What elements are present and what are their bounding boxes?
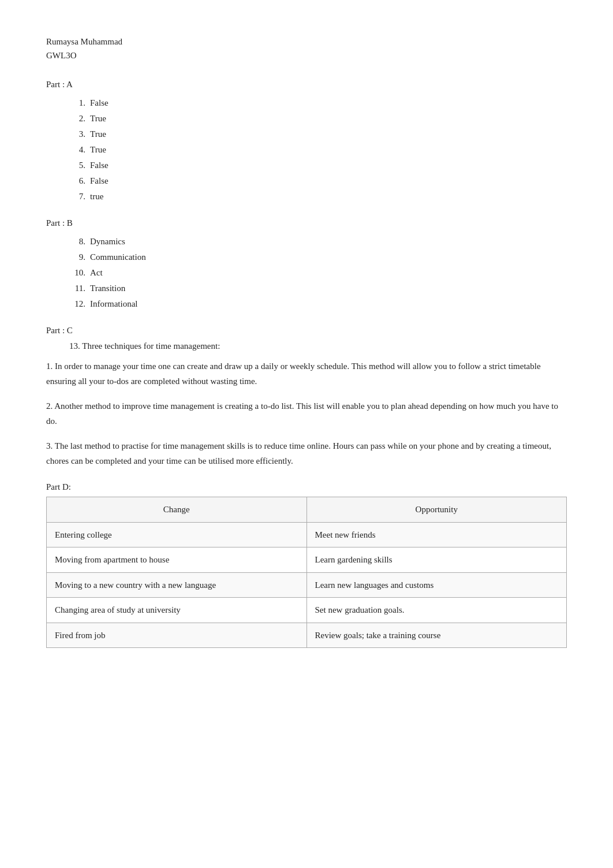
item-number: 9. [69, 249, 85, 265]
table-cell-change: Moving to a new country with a new langu… [47, 572, 307, 598]
item-number: 1. [69, 95, 85, 111]
item-answer: Transition [90, 284, 125, 293]
part-d-table: Change Opportunity Entering collegeMeet … [46, 497, 567, 648]
part-b-section: Part : B 8.Dynamics9.Communication10.Act… [46, 218, 567, 312]
table-cell-opportunity: Review goals; take a training course [306, 623, 567, 648]
table-cell-opportunity: Meet new friends [306, 522, 567, 547]
table-row: Moving to a new country with a new langu… [47, 572, 567, 598]
item-answer: Act [90, 268, 103, 277]
item-answer: False [90, 176, 109, 185]
item-number: 4. [69, 142, 85, 158]
list-item: 1.False [69, 95, 567, 111]
list-item: 6.False [69, 173, 567, 189]
course-code: GWL3O [46, 49, 567, 62]
part-a-list: 1.False2.True3.True4.True5.False6.False7… [46, 95, 567, 204]
table-body: Entering collegeMeet new friendsMoving f… [47, 522, 567, 648]
author-block: Rumaysa Muhammad GWL3O [46, 35, 567, 62]
list-item: 2.True [69, 111, 567, 126]
table-cell-change: Entering college [47, 522, 307, 547]
item-answer: False [90, 161, 109, 170]
part-d-heading: Part D: [46, 482, 567, 492]
part-d-section: Part D: Change Opportunity Entering coll… [46, 482, 567, 648]
item-number: 10. [69, 265, 85, 281]
item-answer: True [90, 145, 106, 154]
table-cell-change: Fired from job [47, 623, 307, 648]
part-a-heading: Part : A [46, 80, 567, 90]
part-c-paragraph-1: 1. In order to manage your time one can … [46, 359, 567, 389]
table-row: Changing area of study at universitySet … [47, 598, 567, 623]
item-number: 5. [69, 158, 85, 173]
item-answer: true [90, 192, 103, 201]
list-item: 11.Transition [69, 281, 567, 296]
list-item: 4.True [69, 142, 567, 158]
table-header-row: Change Opportunity [47, 497, 567, 523]
part-c-paragraph-2: 2. Another method to improve time manage… [46, 399, 567, 429]
part-c-section: Part : C 13. Three techniques for time m… [46, 326, 567, 468]
item-number: 2. [69, 111, 85, 126]
table-row: Moving from apartment to houseLearn gard… [47, 547, 567, 573]
table-cell-opportunity: Learn gardening skills [306, 547, 567, 573]
part-c-intro: 13. Three techniques for time management… [46, 341, 567, 351]
list-item: 10.Act [69, 265, 567, 281]
table-cell-change: Changing area of study at university [47, 598, 307, 623]
item-answer: True [90, 129, 106, 139]
item-number: 8. [69, 234, 85, 249]
item-number: 3. [69, 126, 85, 142]
list-item: 9.Communication [69, 249, 567, 265]
part-b-list: 8.Dynamics9.Communication10.Act11.Transi… [46, 234, 567, 312]
table-row: Fired from jobReview goals; take a train… [47, 623, 567, 648]
list-item: 7.true [69, 189, 567, 204]
item-answer: False [90, 98, 109, 107]
part-a-section: Part : A 1.False2.True3.True4.True5.Fals… [46, 80, 567, 204]
item-answer: Informational [90, 299, 137, 308]
table-cell-opportunity: Learn new languages and customs [306, 572, 567, 598]
item-answer: Communication [90, 252, 146, 262]
part-c-heading: Part : C [46, 326, 567, 336]
table-cell-change: Moving from apartment to house [47, 547, 307, 573]
list-item: 8.Dynamics [69, 234, 567, 249]
list-item: 5.False [69, 158, 567, 173]
list-item: 12.Informational [69, 296, 567, 312]
list-item: 3.True [69, 126, 567, 142]
table-header-opportunity: Opportunity [306, 497, 567, 523]
item-number: 11. [69, 281, 85, 296]
item-answer: Dynamics [90, 237, 125, 246]
part-b-heading: Part : B [46, 218, 567, 228]
author-name: Rumaysa Muhammad [46, 35, 567, 49]
part-c-paragraph-3: 3. The last method to practise for time … [46, 439, 567, 468]
table-cell-opportunity: Set new graduation goals. [306, 598, 567, 623]
item-number: 6. [69, 173, 85, 189]
table-header-change: Change [47, 497, 307, 523]
item-number: 7. [69, 189, 85, 204]
table-row: Entering collegeMeet new friends [47, 522, 567, 547]
item-answer: True [90, 114, 106, 123]
item-number: 12. [69, 296, 85, 312]
